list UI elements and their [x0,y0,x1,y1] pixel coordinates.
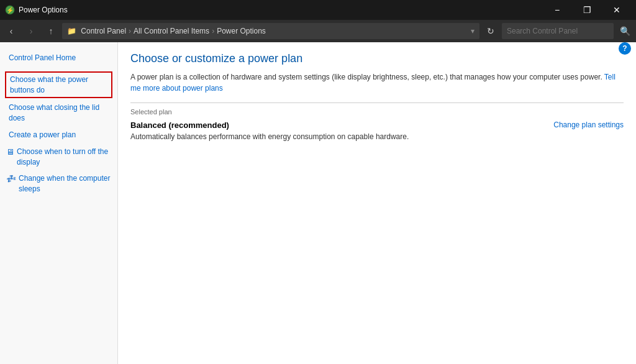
breadcrumb[interactable]: 📁 Control Panel › All Control Panel Item… [62,23,479,39]
address-bar: ‹ › ↑ 📁 Control Panel › All Control Pane… [0,20,636,42]
page-title: Choose or customize a power plan [130,52,624,65]
sidebar-item-closing-lid[interactable]: Choose what closing the lid does [0,99,117,127]
breadcrumb-sep-1: › [129,27,131,35]
sidebar-item-power-buttons[interactable]: Choose what the power buttons do [5,71,112,99]
window-controls: − ❐ ✕ [543,0,631,20]
sidebar-item-create-plan[interactable]: Create a power plan [0,127,117,143]
content-area: Choose or customize a power plan A power… [118,42,636,364]
selected-plan-section: Selected plan Balanced (recommended) Aut… [130,102,624,141]
breadcrumb-dropdown-icon[interactable]: ▾ [471,27,475,35]
main-layout: Control Panel Home Choose what the power… [0,42,636,364]
breadcrumb-item-3: Power Options [217,27,266,35]
sidebar-item-home[interactable]: Control Panel Home [0,50,117,66]
sleep-icon: 💤 [6,173,16,184]
up-button[interactable]: ↑ [42,22,60,40]
svg-text:⚡: ⚡ [6,6,14,14]
back-button[interactable]: ‹ [2,22,20,40]
content-description: A power plan is a collection of hardware… [130,71,624,94]
selected-plan-label: Selected plan [130,108,624,116]
sidebar: Control Panel Home Choose what the power… [0,42,118,364]
refresh-button[interactable]: ↻ [482,22,499,40]
plan-name: Balanced (recommended) [130,121,409,130]
monitor-icon: 🖥 [6,147,14,158]
window-title: Power Options [19,6,543,14]
restore-button[interactable]: ❐ [573,0,601,20]
plan-info: Balanced (recommended) Automatically bal… [130,121,409,141]
search-input[interactable] [502,23,614,39]
plan-description: Automatically balances performance with … [130,132,409,141]
sidebar-item-computer-sleeps[interactable]: 💤 Change when the computer sleeps [0,170,117,198]
breadcrumb-sep-2: › [212,27,214,35]
sidebar-item-turn-off-display[interactable]: 🖥 Choose when to turn off the display [0,143,117,171]
title-bar: ⚡ Power Options − ❐ ✕ [0,0,636,20]
app-icon: ⚡ [5,5,15,15]
search-button[interactable]: 🔍 [616,22,634,40]
forward-button[interactable]: › [22,22,40,40]
close-button[interactable]: ✕ [602,0,631,20]
breadcrumb-item-2: All Control Panel Items [134,27,209,35]
help-icon[interactable]: ? [619,42,631,55]
minimize-button[interactable]: − [543,0,571,20]
change-plan-settings-link[interactable]: Change plan settings [553,121,624,129]
plan-row: Balanced (recommended) Automatically bal… [130,121,624,141]
breadcrumb-item-1: 📁 Control Panel [67,27,126,35]
